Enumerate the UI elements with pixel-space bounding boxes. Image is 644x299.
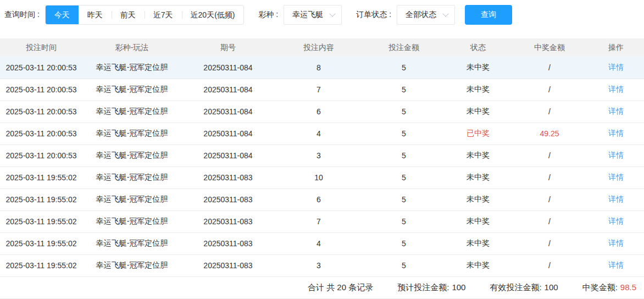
time-option[interactable]: 近7天: [145, 5, 182, 24]
cell-game-play: 幸运飞艇-冠军定位胆: [82, 189, 181, 211]
cell-content: 6: [275, 101, 363, 123]
time-filter-group: 今天昨天前天近7天近20天(低频): [45, 5, 245, 25]
cell-issue: 20250311-083: [181, 189, 275, 211]
table-row: 2025-03-11 20:00:53 幸运飞艇-冠军定位胆 20250311-…: [0, 79, 644, 101]
cell-amount: 5: [363, 167, 445, 189]
cell-content: 10: [275, 167, 363, 189]
cell-amount: 5: [363, 211, 445, 232]
total-records: 合计 共 20 条记录: [308, 283, 373, 293]
chevron-down-icon: [442, 10, 448, 16]
detail-link[interactable]: 详情: [608, 85, 624, 93]
cell-game-play: 幸运飞艇-冠军定位胆: [82, 123, 181, 145]
cell-bet-time: 2025-03-11 19:55:02: [0, 232, 82, 254]
detail-link[interactable]: 详情: [608, 173, 624, 181]
cell-amount: 5: [363, 123, 445, 145]
cell-game-play: 幸运飞艇-冠军定位胆: [82, 211, 181, 232]
order-status-select-value: 全部状态: [406, 10, 436, 20]
table-row: 2025-03-11 19:55:02 幸运飞艇-冠军定位胆 20250311-…: [0, 232, 644, 254]
cell-game-play: 幸运飞艇-冠军定位胆: [82, 79, 181, 101]
cell-amount: 5: [363, 145, 445, 167]
cell-status: 未中奖: [445, 254, 511, 276]
column-header: 投注时间: [0, 38, 82, 57]
lottery-select-value: 幸运飞艇: [292, 10, 323, 20]
cell-content: 8: [275, 57, 363, 79]
cell-issue: 20250311-084: [181, 57, 275, 79]
order-status-label: 订单状态 :: [356, 10, 391, 20]
cell-game-play: 幸运飞艇-冠军定位胆: [82, 254, 181, 276]
cell-issue: 20250311-083: [181, 232, 275, 254]
time-option[interactable]: 前天: [112, 5, 145, 24]
cell-game-play: 幸运飞艇-冠军定位胆: [82, 57, 181, 79]
cell-status: 未中奖: [445, 57, 511, 79]
cell-prize: /: [511, 57, 588, 79]
column-header: 投注内容: [275, 38, 363, 57]
cell-content: 4: [275, 232, 363, 254]
column-header: 操作: [588, 38, 644, 57]
cell-bet-time: 2025-03-11 19:55:02: [0, 211, 82, 232]
table-row: 2025-03-11 19:55:02 幸运飞艇-冠军定位胆 20250311-…: [0, 254, 644, 276]
cell-status: 未中奖: [445, 232, 511, 254]
table-row: 2025-03-11 19:55:02 幸运飞艇-冠军定位胆 20250311-…: [0, 211, 644, 232]
cell-bet-time: 2025-03-11 20:00:53: [0, 101, 82, 123]
cell-operation: 详情: [588, 189, 644, 211]
table-row: 2025-03-11 20:00:53 幸运飞艇-冠军定位胆 20250311-…: [0, 123, 644, 145]
time-option[interactable]: 昨天: [79, 5, 112, 24]
summary-footer: 合计 共 20 条记录 预计投注金额:100 有效投注金额:100 中奖金额:9…: [0, 277, 644, 299]
cell-game-play: 幸运飞艇-冠军定位胆: [82, 145, 181, 167]
cell-game-play: 幸运飞艇-冠军定位胆: [82, 101, 181, 123]
cell-prize: /: [511, 101, 588, 123]
cell-amount: 5: [363, 79, 445, 101]
cell-issue: 20250311-084: [181, 101, 275, 123]
expected-bet-amount: 预计投注金额:100: [397, 283, 465, 293]
cell-bet-time: 2025-03-11 19:55:02: [0, 167, 82, 189]
cell-operation: 详情: [588, 79, 644, 101]
cell-operation: 详情: [588, 145, 644, 167]
column-header: 投注金额: [363, 38, 445, 57]
search-button[interactable]: 查询: [465, 5, 512, 25]
cell-content: 7: [275, 211, 363, 232]
cell-amount: 5: [363, 101, 445, 123]
detail-link[interactable]: 详情: [608, 107, 624, 115]
cell-game-play: 幸运飞艇-冠军定位胆: [82, 232, 181, 254]
cell-issue: 20250311-084: [181, 79, 275, 101]
column-header: 中奖金额: [511, 38, 588, 57]
lottery-select[interactable]: 幸运飞艇: [284, 5, 342, 25]
cell-amount: 5: [363, 189, 445, 211]
detail-link[interactable]: 详情: [608, 261, 624, 269]
detail-link[interactable]: 详情: [608, 129, 624, 137]
table-row: 2025-03-11 19:55:02 幸运飞艇-冠军定位胆 20250311-…: [0, 167, 644, 189]
cell-game-play: 幸运飞艇-冠军定位胆: [82, 167, 181, 189]
cell-bet-time: 2025-03-11 20:00:53: [0, 79, 82, 101]
order-status-select[interactable]: 全部状态: [397, 5, 455, 25]
detail-link[interactable]: 详情: [608, 63, 624, 71]
cell-issue: 20250311-083: [181, 211, 275, 232]
cell-status: 未中奖: [445, 189, 511, 211]
cell-amount: 5: [363, 57, 445, 79]
table-row: 2025-03-11 20:00:53 幸运飞艇-冠军定位胆 20250311-…: [0, 57, 644, 79]
detail-link[interactable]: 详情: [608, 239, 624, 247]
cell-issue: 20250311-084: [181, 123, 275, 145]
prize-amount: 中奖金额:98.5: [582, 283, 636, 293]
cell-content: 3: [275, 145, 363, 167]
bet-records-page: 查询时间 : 今天昨天前天近7天近20天(低频) 彩种 : 幸运飞艇 订单状态 …: [0, 0, 644, 299]
time-option[interactable]: 近20天(低频): [182, 5, 244, 24]
cell-prize: /: [511, 167, 588, 189]
column-header: 状态: [445, 38, 511, 57]
cell-bet-time: 2025-03-11 20:00:53: [0, 145, 82, 167]
cell-status: 未中奖: [445, 211, 511, 232]
cell-prize: /: [511, 211, 588, 232]
column-header: 期号: [181, 38, 275, 57]
time-option[interactable]: 今天: [46, 5, 79, 24]
cell-content: 4: [275, 123, 363, 145]
detail-link[interactable]: 详情: [608, 195, 624, 203]
table-row: 2025-03-11 19:55:02 幸运飞艇-冠军定位胆 20250311-…: [0, 189, 644, 211]
cell-status: 未中奖: [445, 101, 511, 123]
table-row: 2025-03-11 20:00:53 幸运飞艇-冠军定位胆 20250311-…: [0, 145, 644, 167]
lottery-label: 彩种 :: [258, 10, 278, 20]
detail-link[interactable]: 详情: [608, 217, 624, 225]
cell-content: 6: [275, 189, 363, 211]
cell-operation: 详情: [588, 101, 644, 123]
column-header: 彩种-玩法: [82, 38, 181, 57]
detail-link[interactable]: 详情: [608, 151, 624, 159]
cell-bet-time: 2025-03-11 20:00:53: [0, 123, 82, 145]
